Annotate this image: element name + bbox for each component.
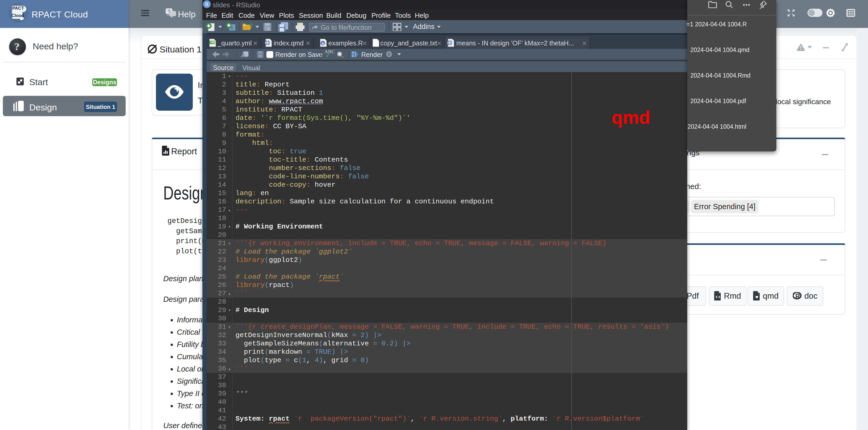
svg-text:YML: YML (210, 41, 216, 44)
svg-text:R: R (795, 293, 800, 300)
svg-text:R: R (322, 41, 324, 45)
